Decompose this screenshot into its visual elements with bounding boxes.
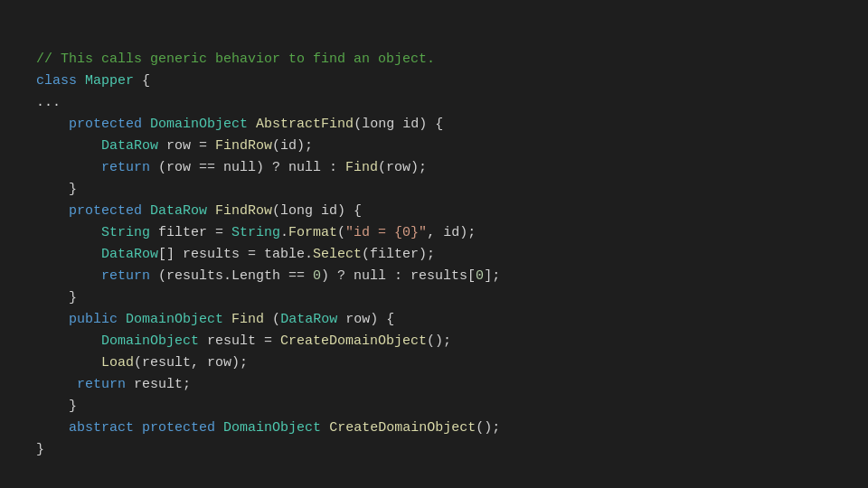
line-17: } <box>36 399 77 414</box>
code-editor: // This calls generic behavior to find a… <box>0 0 868 488</box>
line-10: DataRow[] results = table.Select(filter)… <box>36 247 435 262</box>
line-5: DataRow row = FindRow(id); <box>36 138 313 154</box>
line-14: DomainObject result = CreateDomainObject… <box>36 333 451 349</box>
line-13: public DomainObject Find (DataRow row) { <box>36 312 394 327</box>
line-8: protected DataRow FindRow(long id) { <box>36 203 362 219</box>
line-class: class Mapper { <box>36 73 150 89</box>
line-6: return (row == null) ? null : Find(row); <box>36 160 427 175</box>
line-7: } <box>36 182 77 197</box>
line-ellipsis: ... <box>36 95 61 110</box>
line-15: Load(result, row); <box>36 355 248 371</box>
line-16: return result; <box>36 377 191 392</box>
line-19: } <box>36 442 44 457</box>
line-9: String filter = String.Format("id = {0}"… <box>36 225 476 240</box>
line-4: protected DomainObject AbstractFind(long… <box>36 117 443 132</box>
line-12: } <box>36 290 77 305</box>
line-comment: // This calls generic behavior to find a… <box>36 52 435 67</box>
line-11: return (results.Length == 0) ? null : re… <box>36 268 500 284</box>
line-18: abstract protected DomainObject CreateDo… <box>36 420 500 436</box>
